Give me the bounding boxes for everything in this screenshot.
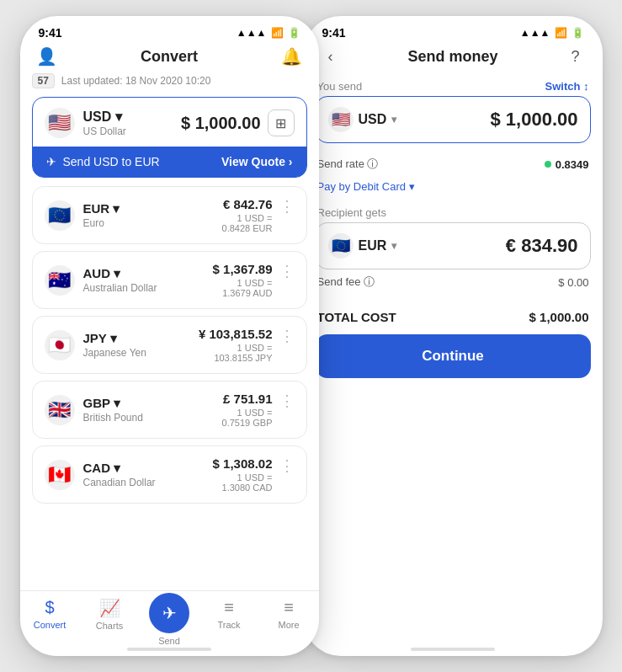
send-label: Send USD to EUR bbox=[63, 155, 160, 168]
send-fee-value: $ 0.00 bbox=[558, 276, 588, 289]
tab-track[interactable]: ≡ Track bbox=[204, 598, 254, 630]
usd-code[interactable]: USD ▾ bbox=[83, 109, 126, 125]
pay-method-label: Pay by Debit Card bbox=[317, 180, 407, 193]
tab-send-label: Send bbox=[158, 636, 180, 646]
exchange-rate: 1 USD =1.3679 AUD bbox=[213, 278, 273, 298]
currency-list-item[interactable]: 🇨🇦 CAD ▾ Canadian Dollar $ 1,308.02 1 US… bbox=[32, 445, 307, 504]
usd-name: US Dollar bbox=[83, 125, 126, 137]
back-icon[interactable]: ‹ bbox=[319, 45, 343, 68]
item-right: £ 751.91 1 USD =0.7519 GBP ⋮ bbox=[222, 392, 295, 428]
tab-send[interactable]: ✈ Send bbox=[144, 598, 194, 646]
wifi-icon: 📶 bbox=[271, 27, 284, 39]
notification-icon[interactable]: 🔔 bbox=[279, 45, 303, 68]
exchange-rate: 1 USD =0.8428 EUR bbox=[222, 213, 273, 233]
converted-amount: ¥ 103,815.52 bbox=[199, 327, 273, 341]
currency-list-item[interactable]: 🇦🇺 AUD ▾ Australian Dollar $ 1,367.89 1 … bbox=[32, 251, 307, 309]
usd-flag: 🇺🇸 bbox=[45, 108, 75, 138]
send-button[interactable]: ✈ bbox=[149, 593, 189, 633]
currency-code: EUR ▾ bbox=[83, 201, 120, 216]
continue-button[interactable]: Continue bbox=[316, 334, 591, 378]
send-page-title: Send money bbox=[407, 48, 497, 66]
track-icon: ≡ bbox=[224, 598, 234, 617]
send-nav-bar: ‹ Send money ? bbox=[304, 43, 603, 73]
pay-method-selector[interactable]: Pay by Debit Card ▾ bbox=[304, 177, 603, 200]
currency-name: Japanese Yen bbox=[83, 347, 146, 359]
more-dots-icon[interactable]: ⋮ bbox=[279, 456, 295, 475]
recipient-currency-selector[interactable]: 🇪🇺 EUR ▾ bbox=[328, 233, 397, 259]
recipient-gets-header: Recipient gets bbox=[304, 200, 603, 222]
rate-number: 0.8349 bbox=[556, 158, 589, 171]
converted-amount: $ 1,308.02 bbox=[213, 456, 273, 471]
battery-icon-2: 🔋 bbox=[571, 27, 584, 39]
tab-bar: $ Convert 📈 Charts ✈ Send ≡ Track ≡ More bbox=[20, 590, 319, 656]
currency-list-item[interactable]: 🇯🇵 JPY ▾ Japanese Yen ¥ 103,815.52 1 USD… bbox=[32, 316, 307, 374]
send-money-content: You send Switch ↕ 🇺🇸 USD ▾ $ 1,000.00 Se… bbox=[304, 73, 603, 390]
currency-chevron: ▾ bbox=[391, 114, 396, 125]
you-send-card[interactable]: 🇺🇸 USD ▾ $ 1,000.00 bbox=[316, 96, 591, 143]
currency-code: GBP ▾ bbox=[83, 396, 143, 411]
more-dots-icon[interactable]: ⋮ bbox=[279, 327, 295, 345]
tab-convert[interactable]: $ Convert bbox=[24, 598, 75, 630]
send-currency-selector[interactable]: 🇺🇸 USD ▾ bbox=[328, 107, 397, 132]
item-right: $ 1,367.89 1 USD =1.3679 AUD ⋮ bbox=[213, 262, 295, 298]
item-left: 🇯🇵 JPY ▾ Japanese Yen bbox=[45, 330, 146, 360]
recipient-gets-card[interactable]: 🇪🇺 EUR ▾ € 834.90 bbox=[316, 222, 591, 269]
tab-convert-label: Convert bbox=[34, 620, 66, 630]
item-amounts: £ 751.91 1 USD =0.7519 GBP bbox=[222, 392, 273, 428]
send-amount[interactable]: $ 1,000.00 bbox=[491, 109, 578, 131]
send-rate-label: Send rate ⓘ bbox=[317, 157, 379, 172]
more-dots-icon[interactable]: ⋮ bbox=[279, 262, 295, 280]
send-fee-row: Send fee ⓘ $ 0.00 bbox=[304, 269, 603, 295]
status-bar-2: 9:41 ▲▲▲ 📶 🔋 bbox=[304, 16, 603, 43]
nav-bar: 👤 Convert 🔔 bbox=[20, 43, 319, 73]
converted-amount: £ 751.91 bbox=[222, 392, 273, 406]
item-right: ¥ 103,815.52 1 USD =103.8155 JPY ⋮ bbox=[199, 327, 295, 363]
switch-button[interactable]: Switch ↕ bbox=[545, 80, 588, 93]
last-updated-text: Last updated: 18 Nov 2020 10:20 bbox=[61, 75, 210, 87]
item-info: JPY ▾ Japanese Yen bbox=[83, 331, 146, 359]
signal-icon: ▲▲▲ bbox=[237, 27, 267, 39]
currency-count-badge: 57 bbox=[32, 73, 55, 88]
you-send-label: You send bbox=[317, 80, 363, 93]
send-money-phone: 9:41 ▲▲▲ 📶 🔋 ‹ Send money ? You send Swi… bbox=[304, 16, 603, 656]
recipient-chevron: ▾ bbox=[391, 240, 396, 252]
profile-icon[interactable]: 👤 bbox=[35, 45, 59, 68]
status-icons-2: ▲▲▲ 📶 🔋 bbox=[520, 27, 584, 39]
tab-charts-label: Charts bbox=[96, 621, 123, 631]
convert-phone: 9:41 ▲▲▲ 📶 🔋 👤 Convert 🔔 57 Last updated… bbox=[20, 16, 319, 656]
item-amounts: ¥ 103,815.52 1 USD =103.8155 JPY bbox=[199, 327, 273, 363]
total-cost-row: TOTAL COST $ 1,000.00 bbox=[304, 295, 603, 334]
page-title: Convert bbox=[141, 48, 198, 66]
battery-icon: 🔋 bbox=[288, 27, 300, 39]
calculator-icon[interactable]: ⊞ bbox=[268, 109, 295, 136]
tab-more[interactable]: ≡ More bbox=[263, 598, 314, 630]
main-currency-card[interactable]: 🇺🇸 USD ▾ US Dollar $ 1,000.00 ⊞ ✈ bbox=[32, 97, 307, 178]
item-info: AUD ▾ Australian Dollar bbox=[83, 266, 157, 294]
currency-list-item[interactable]: 🇬🇧 GBP ▾ British Pound £ 751.91 1 USD =0… bbox=[32, 381, 307, 439]
more-dots-icon[interactable]: ⋮ bbox=[279, 197, 295, 216]
item-right: $ 1,308.02 1 USD =1.3080 CAD ⋮ bbox=[213, 456, 295, 493]
currency-list-item[interactable]: 🇪🇺 EUR ▾ Euro € 842.76 1 USD =0.8428 EUR… bbox=[32, 186, 307, 244]
send-currency-code: USD bbox=[359, 112, 387, 127]
item-left: 🇦🇺 AUD ▾ Australian Dollar bbox=[45, 265, 157, 296]
pay-method-chevron: ▾ bbox=[409, 180, 415, 193]
usd-amount: $ 1,000.00 bbox=[181, 114, 261, 133]
tab-track-label: Track bbox=[217, 620, 240, 630]
send-quote-bar[interactable]: ✈ Send USD to EUR View Quote › bbox=[33, 147, 306, 177]
flag-aud: 🇦🇺 bbox=[45, 265, 75, 296]
currency-code: CAD ▾ bbox=[83, 461, 156, 476]
view-quote-button[interactable]: View Quote › bbox=[221, 155, 293, 168]
tab-charts[interactable]: 📈 Charts bbox=[84, 598, 135, 631]
help-icon[interactable]: ? bbox=[564, 45, 587, 68]
item-info: CAD ▾ Canadian Dollar bbox=[83, 461, 156, 488]
recipient-amount: € 834.90 bbox=[506, 235, 578, 257]
recipient-gets-label: Recipient gets bbox=[317, 206, 386, 219]
currency-name: Australian Dollar bbox=[83, 282, 157, 294]
charts-icon: 📈 bbox=[99, 598, 120, 618]
last-updated-bar: 57 Last updated: 18 Nov 2020 10:20 bbox=[32, 73, 307, 88]
currency-name: British Pound bbox=[83, 412, 143, 424]
exchange-rate: 1 USD =0.7519 GBP bbox=[222, 408, 273, 428]
currency-name: Canadian Dollar bbox=[83, 477, 156, 488]
flag-cad: 🇨🇦 bbox=[45, 460, 75, 490]
more-dots-icon[interactable]: ⋮ bbox=[279, 392, 295, 410]
